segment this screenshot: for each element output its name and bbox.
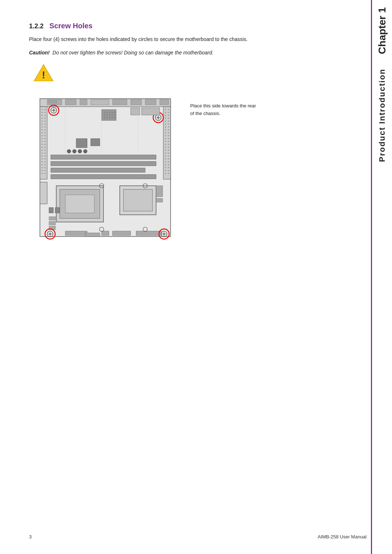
svg-point-99	[45, 150, 46, 151]
warning-icon: !	[33, 63, 54, 83]
svg-point-46	[168, 141, 169, 142]
svg-rect-179	[142, 108, 160, 115]
svg-point-81	[45, 124, 46, 125]
page-container: Chapter 1 Product Introduction 1.2.2 Scr…	[0, 0, 392, 554]
svg-point-68	[168, 173, 169, 174]
svg-point-110	[42, 167, 43, 168]
svg-point-12	[49, 100, 50, 102]
svg-point-73	[45, 112, 46, 113]
svg-point-14	[52, 100, 53, 102]
svg-point-168	[114, 112, 115, 113]
svg-point-97	[45, 147, 46, 148]
svg-point-173	[114, 115, 115, 116]
svg-point-167	[112, 112, 113, 113]
svg-rect-9	[131, 99, 142, 105]
svg-point-52	[168, 150, 169, 151]
svg-point-76	[42, 118, 43, 119]
svg-point-40	[168, 132, 169, 134]
svg-point-109	[45, 164, 46, 165]
svg-point-105	[45, 159, 46, 160]
svg-point-15	[54, 100, 55, 102]
svg-point-60	[168, 161, 169, 163]
svg-point-84	[42, 130, 43, 131]
svg-point-111	[45, 167, 46, 168]
caution-text: Caution! Do not over tighten the screws!…	[29, 50, 213, 56]
svg-point-91	[45, 138, 46, 139]
svg-point-64	[168, 167, 169, 168]
svg-point-56	[168, 156, 169, 157]
svg-point-172	[112, 115, 113, 116]
svg-point-63	[165, 167, 166, 168]
svg-point-107	[45, 161, 46, 163]
page-footer: 3 AIMB-258 User Manual	[29, 534, 367, 539]
caution-block: Caution! Do not over tighten the screws!…	[29, 50, 334, 83]
svg-point-23	[165, 109, 166, 110]
svg-point-103	[45, 156, 46, 157]
svg-point-58	[168, 159, 169, 160]
svg-point-48	[168, 144, 169, 145]
svg-point-127	[67, 149, 71, 153]
svg-rect-136	[49, 221, 56, 225]
svg-point-176	[109, 117, 110, 118]
svg-point-113	[45, 170, 46, 171]
svg-rect-140	[156, 186, 163, 197]
svg-point-93	[45, 141, 46, 142]
svg-point-44	[168, 138, 169, 139]
svg-point-166	[109, 112, 110, 113]
svg-point-45	[165, 141, 166, 142]
svg-point-57	[165, 159, 166, 160]
svg-point-85	[45, 130, 46, 131]
section-header: 1.2.2 Screw Holes	[29, 22, 334, 30]
svg-point-78	[42, 121, 43, 122]
svg-point-115	[45, 173, 46, 174]
svg-point-129	[78, 149, 82, 153]
svg-rect-135	[49, 217, 56, 220]
svg-point-31	[165, 121, 166, 122]
svg-point-108	[42, 164, 43, 165]
svg-point-33	[165, 124, 166, 125]
svg-point-66	[168, 170, 169, 171]
section-description: Place four (4) screws into the holes ind…	[29, 35, 283, 43]
diagram-note: Place this side towards the rear of the …	[190, 102, 256, 118]
svg-point-28	[168, 115, 169, 116]
page-number: 3	[29, 534, 32, 539]
svg-rect-138	[49, 208, 53, 213]
svg-rect-10	[145, 99, 156, 105]
svg-point-98	[42, 150, 43, 151]
svg-point-65	[165, 170, 166, 171]
motherboard-diagram	[29, 91, 181, 244]
svg-point-90	[42, 138, 43, 139]
svg-point-67	[165, 173, 166, 174]
caution-label: Caution!	[29, 50, 50, 56]
svg-point-88	[42, 135, 43, 136]
diagram-container	[29, 91, 181, 244]
section-title: Screw Holes	[49, 22, 93, 30]
svg-point-72	[42, 112, 43, 113]
svg-point-47	[165, 144, 166, 145]
svg-point-177	[112, 117, 113, 118]
svg-point-27	[165, 115, 166, 116]
svg-text:!: !	[42, 70, 45, 81]
svg-rect-163	[102, 110, 116, 120]
svg-point-71	[45, 109, 46, 110]
svg-rect-139	[55, 208, 60, 213]
svg-point-29	[165, 118, 166, 119]
svg-point-112	[42, 170, 43, 171]
svg-point-170	[107, 115, 108, 116]
svg-point-178	[114, 117, 115, 118]
svg-point-18	[50, 102, 52, 103]
svg-rect-119	[51, 175, 156, 179]
svg-rect-133	[113, 231, 131, 235]
svg-point-106	[42, 161, 43, 163]
svg-point-79	[45, 121, 46, 122]
svg-point-96	[42, 147, 43, 148]
svg-point-87	[45, 132, 46, 134]
svg-point-70	[42, 109, 43, 110]
svg-rect-125	[76, 139, 87, 148]
svg-rect-122	[65, 195, 94, 213]
svg-point-26	[168, 112, 169, 113]
svg-point-104	[42, 159, 43, 160]
svg-point-20	[54, 102, 55, 103]
svg-point-42	[168, 135, 169, 136]
svg-rect-132	[102, 231, 109, 235]
